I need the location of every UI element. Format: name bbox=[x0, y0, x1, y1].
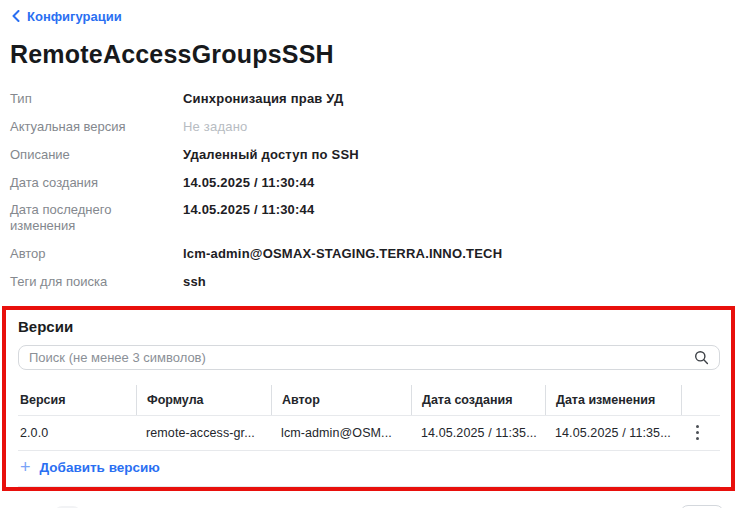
cell-version: 2.0.0 bbox=[18, 416, 136, 450]
detail-row-description: Описание Удаленный доступ по SSH bbox=[10, 147, 728, 163]
column-header-author: Автор bbox=[271, 385, 411, 415]
back-link-label: Конфигурации bbox=[27, 9, 122, 24]
versions-search-input[interactable] bbox=[18, 345, 720, 370]
detail-row-actual-version: Актуальная версия Не задано bbox=[10, 119, 728, 135]
detail-label: Описание bbox=[10, 147, 142, 163]
detail-label: Дата создания bbox=[10, 175, 142, 191]
detail-label: Дата последнего изменения bbox=[10, 202, 142, 234]
kebab-menu-icon[interactable] bbox=[692, 421, 703, 444]
back-to-configurations-link[interactable]: Конфигурации bbox=[12, 9, 122, 24]
detail-label: Теги для поиска bbox=[10, 274, 142, 290]
detail-row-search-tags: Теги для поиска ssh bbox=[10, 274, 728, 290]
chevron-left-icon bbox=[12, 10, 20, 22]
page-title: RemoteAccessGroupsSSH bbox=[10, 40, 728, 69]
add-version-row: + Добавить версию bbox=[18, 450, 720, 487]
versions-table: Версия Формула Автор Дата создания Дата … bbox=[18, 385, 720, 487]
column-header-formula: Формула bbox=[136, 385, 271, 415]
detail-label: Актуальная версия bbox=[10, 119, 142, 135]
cell-formula: remote-access-gr... bbox=[136, 416, 271, 450]
detail-value: Синхронизация прав УД bbox=[183, 91, 343, 107]
cell-modified: 14.05.2025 / 11:35... bbox=[545, 416, 681, 450]
detail-value: 14.05.2025 / 11:30:44 bbox=[183, 202, 314, 218]
detail-row-author: Автор lcm-admin@OSMAX-STAGING.TERRA.INNO… bbox=[10, 246, 728, 262]
detail-value: 14.05.2025 / 11:30:44 bbox=[183, 175, 314, 191]
detail-value: Не задано bbox=[183, 119, 247, 135]
detail-label: Автор bbox=[10, 246, 142, 262]
configuration-detail-page: Конфигурации RemoteAccessGroupsSSH Тип С… bbox=[0, 0, 738, 508]
search-icon bbox=[694, 350, 709, 369]
add-version-label: Добавить версию bbox=[40, 460, 160, 475]
detail-row-modified-date: Дата последнего изменения 14.05.2025 / 1… bbox=[10, 202, 728, 234]
cell-created: 14.05.2025 / 11:35... bbox=[411, 416, 545, 450]
versions-search bbox=[18, 345, 720, 370]
plus-icon: + bbox=[20, 461, 31, 474]
column-header-created: Дата создания bbox=[411, 385, 545, 415]
table-row[interactable]: 2.0.0 remote-access-gr... lcm-admin@OSM.… bbox=[18, 415, 720, 450]
details-list: Тип Синхронизация прав УД Актуальная вер… bbox=[10, 91, 728, 290]
detail-value: lcm-admin@OSMAX-STAGING.TERRA.INNO.TECH bbox=[183, 246, 502, 262]
detail-value: ssh bbox=[183, 274, 206, 290]
column-header-modified: Дата изменения bbox=[545, 385, 681, 415]
versions-section-highlight: Версии Версия Формула Автор Дата создани… bbox=[2, 306, 735, 491]
detail-row-type: Тип Синхронизация прав УД bbox=[10, 91, 728, 107]
detail-row-created-date: Дата создания 14.05.2025 / 11:30:44 bbox=[10, 175, 728, 191]
detail-value: Удаленный доступ по SSH bbox=[183, 147, 359, 163]
column-header-actions bbox=[681, 385, 720, 415]
cell-author: lcm-admin@OSM... bbox=[271, 416, 411, 450]
versions-table-header: Версия Формула Автор Дата создания Дата … bbox=[18, 385, 720, 415]
versions-section-title: Версии bbox=[18, 318, 720, 335]
detail-label: Тип bbox=[10, 91, 142, 107]
cell-actions bbox=[681, 416, 720, 450]
add-version-button[interactable]: + Добавить версию bbox=[20, 460, 160, 475]
column-header-version: Версия bbox=[18, 385, 136, 415]
